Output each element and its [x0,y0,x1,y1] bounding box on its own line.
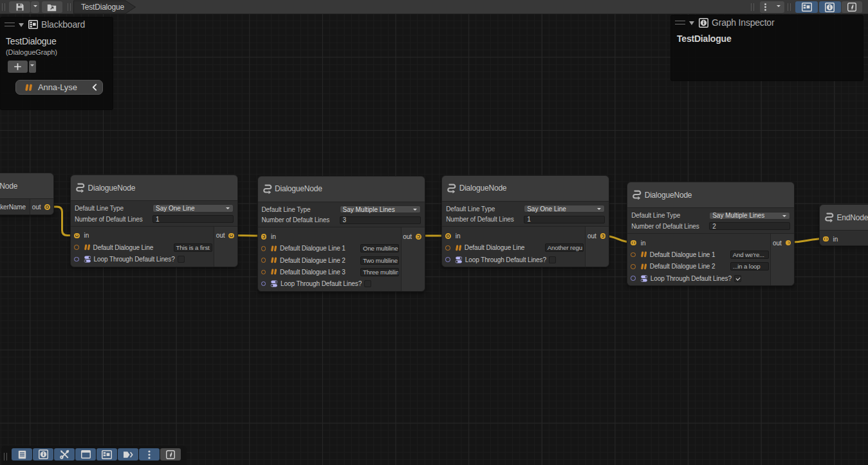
svg-text:TestDialogue: TestDialogue [81,3,125,12]
